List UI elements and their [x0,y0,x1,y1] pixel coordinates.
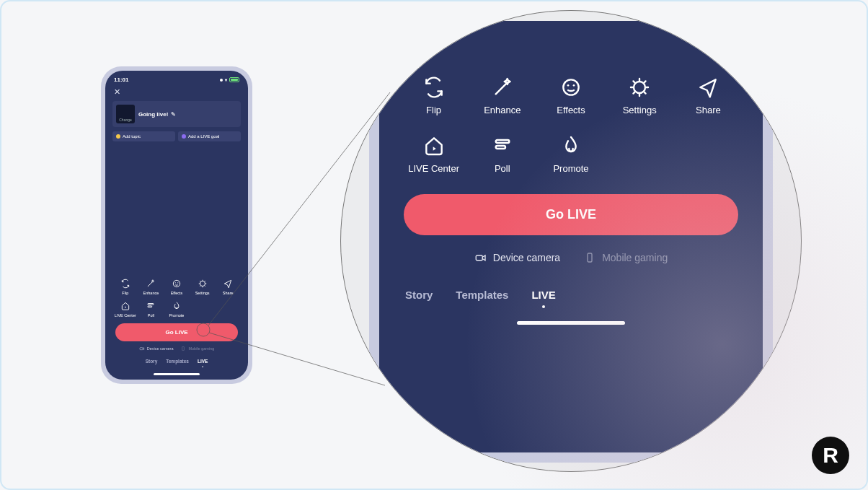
camera-icon [474,251,487,264]
flip-button[interactable]: Flip [399,76,468,115]
share-button[interactable]: Share [674,76,743,115]
poll-button[interactable]: Poll [138,301,164,318]
status-time: 11:01 [114,76,128,83]
add-topic-label: Add topic [123,134,141,139]
poll-label: Poll [148,313,154,318]
tab-live[interactable]: LIVE [531,289,555,301]
pencil-icon[interactable]: ✎ [171,111,176,118]
close-row: ✕ [105,86,248,101]
add-topic-chip[interactable]: Add topic [112,131,175,141]
promote-button[interactable]: Promote [536,134,605,174]
source-row: Device camera Mobile gaming [399,251,743,264]
enhance-button[interactable]: Enhance [138,279,164,295]
svg-rect-4 [148,304,154,305]
source-row: Device camera Mobile gaming [105,346,248,351]
add-goal-label: Add a LIVE goal [188,134,219,139]
enhance-button[interactable]: Enhance [468,76,536,115]
camera-icon [139,346,145,351]
svg-point-0 [173,280,180,286]
svg-rect-5 [148,306,152,307]
share-label: Share [696,105,721,115]
settings-label: Settings [195,291,210,295]
signal-dot-icon [220,79,223,82]
flip-icon [120,279,130,289]
change-cover-label: Change [119,118,132,122]
go-live-label: Go LIVE [165,329,187,336]
effects-label: Effects [557,105,585,115]
live-center-icon [120,301,130,311]
go-live-button[interactable]: Go LIVE [404,194,738,235]
mobile-gaming-option[interactable]: Mobile gaming [583,251,668,264]
promote-button[interactable]: Promote [164,301,190,318]
home-indicator [517,321,625,325]
go-live-label: Go LIVE [546,207,596,222]
phone-mockup: 11:01 ▾ ✕ Change Going live! ✎ Add topic [101,66,252,384]
status-right: ▾ [220,77,239,82]
live-center-button[interactable]: LIVE Center [399,134,468,174]
live-center-button[interactable]: LIVE Center [112,301,138,318]
share-icon [696,76,719,99]
home-indicator [154,373,200,375]
phone-icon [180,346,186,351]
close-icon[interactable]: ✕ [114,87,120,96]
svg-point-9 [567,84,570,87]
title-card[interactable]: Change Going live! ✎ [112,101,241,127]
effects-label: Effects [171,291,183,295]
flip-label: Flip [122,291,128,295]
tab-templates[interactable]: Templates [456,289,508,301]
share-button[interactable]: Share [215,279,241,295]
device-camera-label: Device camera [147,346,174,351]
svg-point-1 [175,282,176,283]
live-center-label: LIVE Center [408,163,459,174]
zoom-phone-frame: Flip Enhance Effects Settings [369,21,773,463]
poll-icon [491,134,514,157]
effects-button[interactable]: Effects [164,279,190,295]
phone-screen: 11:01 ▾ ✕ Change Going live! ✎ Add topic [105,71,248,380]
tab-story[interactable]: Story [405,289,433,301]
magnifier: Flip Enhance Effects Settings [340,10,802,472]
goal-dot-icon [182,134,186,139]
mobile-gaming-label: Mobile gaming [188,346,214,351]
promote-icon [172,301,182,311]
poll-icon [146,301,156,311]
promote-label: Promote [169,313,185,318]
brand-badge: R [812,437,849,474]
settings-label: Settings [623,105,657,115]
battery-icon [229,77,239,82]
status-bar: 11:01 ▾ [105,71,248,86]
brand-letter: R [823,443,838,468]
flip-button[interactable]: Flip [112,279,138,295]
settings-button[interactable]: Settings [606,76,674,115]
settings-button[interactable]: Settings [190,279,216,295]
svg-point-3 [200,281,205,286]
go-live-button[interactable]: Go LIVE [115,323,238,341]
live-center-icon [422,134,446,157]
promote-icon [559,134,583,157]
mobile-gaming-option[interactable]: Mobile gaming [180,346,214,351]
cover-thumb[interactable]: Change [116,105,135,123]
tab-story[interactable]: Story [146,359,158,369]
tab-live[interactable]: LIVE [198,359,208,369]
wifi-icon: ▾ [225,77,227,82]
device-camera-option[interactable]: Device camera [474,251,560,264]
add-goal-chip[interactable]: Add a LIVE goal [178,131,241,141]
tool-icon-grid-zoom: Flip Enhance Effects Settings [399,76,743,174]
flip-icon [422,76,446,99]
svg-rect-13 [495,146,505,149]
tool-icon-grid: Flip Enhance Effects Settings Share LIVE… [105,279,248,322]
share-icon [223,279,233,289]
poll-button[interactable]: Poll [468,134,536,174]
svg-rect-6 [140,348,143,350]
effects-icon [172,279,182,289]
enhance-icon [146,279,156,289]
chips-row: Add topic Add a LIVE goal [112,131,241,141]
device-camera-label: Device camera [493,252,560,263]
settings-icon [628,76,651,99]
flip-label: Flip [426,105,441,115]
settings-icon [198,279,208,289]
device-camera-option[interactable]: Device camera [139,346,174,351]
svg-rect-12 [495,140,509,143]
live-title: Going live! [138,111,168,118]
tab-templates[interactable]: Templates [166,359,189,369]
effects-button[interactable]: Effects [536,76,605,115]
